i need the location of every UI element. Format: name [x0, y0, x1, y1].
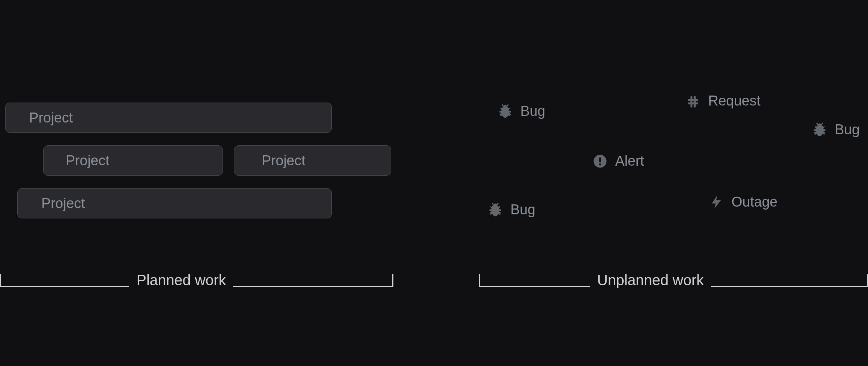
work-item-bug: Bug: [497, 103, 545, 119]
work-item-bug: Bug: [812, 122, 860, 138]
planned-caption: Planned work: [129, 272, 233, 289]
bracket-right: [711, 274, 868, 287]
unplanned-caption: Unplanned work: [590, 272, 711, 289]
work-item-alert: Alert: [592, 153, 644, 169]
project-bar-label: Project: [66, 153, 109, 169]
alert-icon: [592, 153, 608, 169]
work-item-label: Request: [708, 93, 761, 109]
bracket-left: [0, 274, 129, 287]
slack-icon: [685, 93, 701, 109]
planned-caption-group: Planned work: [0, 272, 393, 289]
project-bar: Project: [43, 145, 223, 176]
unplanned-caption-group: Unplanned work: [479, 272, 868, 289]
bug-icon: [812, 122, 827, 138]
work-item-label: Bug: [510, 202, 535, 218]
project-bar: Project: [234, 145, 391, 176]
project-bar: Project: [17, 188, 332, 218]
work-item-label: Bug: [835, 122, 860, 138]
project-bar-label: Project: [29, 110, 73, 126]
work-item-label: Outage: [731, 194, 778, 210]
bug-icon: [497, 104, 513, 119]
work-item-bug: Bug: [488, 202, 535, 218]
project-bar-label: Project: [41, 196, 85, 211]
work-item-label: Alert: [615, 153, 644, 169]
bracket-left: [479, 274, 590, 287]
bug-icon: [488, 202, 503, 218]
bolt-icon: [709, 194, 724, 210]
bracket-right: [233, 274, 393, 287]
project-bar: Project: [5, 103, 332, 133]
work-item-outage: Outage: [709, 194, 778, 210]
work-item-request: Request: [685, 93, 761, 109]
work-item-label: Bug: [520, 103, 545, 119]
project-bar-label: Project: [262, 153, 305, 169]
